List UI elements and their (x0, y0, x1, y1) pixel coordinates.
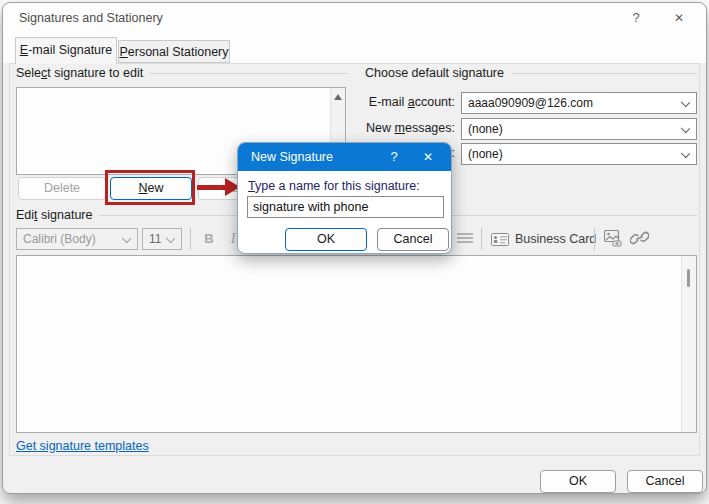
business-card-button[interactable]: Business Card (491, 228, 596, 250)
group-divider-line (511, 73, 697, 74)
new-signature-title: New Signature (251, 143, 333, 171)
business-card-icon (491, 233, 509, 246)
annotation-highlight-box (105, 170, 195, 205)
dialog-cancel-button[interactable]: Cancel (377, 228, 449, 251)
chevron-down-icon (681, 98, 690, 107)
toolbar-separator (481, 228, 482, 250)
new-signature-dialog: New Signature ? ✕ Type a name for this s… (237, 142, 452, 254)
email-signature-tab-page: Select signature to edit Delete New Save… (9, 63, 700, 456)
dialog-ok-button[interactable]: OK (285, 228, 367, 251)
scrollbar-thumb[interactable] (687, 269, 690, 287)
hyperlink-icon[interactable] (630, 230, 649, 246)
scroll-up-icon[interactable] (334, 94, 342, 100)
justify-icon[interactable] (457, 233, 473, 246)
tab-email-signature[interactable]: E-mail Signature (15, 37, 117, 64)
editor-scrollbar[interactable] (681, 256, 696, 432)
dialog-help-icon[interactable]: ? (381, 143, 407, 171)
delete-button[interactable]: Delete (18, 177, 106, 200)
tab-strip: E-mail Signature Personal Stationery (3, 33, 706, 63)
email-account-label: E-mail account: (369, 95, 455, 109)
group-divider-line (150, 73, 348, 74)
default-signature-group-label: Choose default signature (365, 66, 697, 80)
choose-default-signature-label: Choose default signature (365, 66, 504, 80)
font-name-select[interactable]: Calibri (Body) (16, 228, 138, 250)
new-messages-select[interactable]: (none) (461, 118, 697, 140)
select-signature-group-label: Select signature to edit (16, 66, 348, 80)
replies-forwards-select[interactable]: (none) (461, 143, 697, 165)
window-close-icon[interactable]: ✕ (664, 3, 694, 33)
edit-signature-label: Edit signature (16, 208, 92, 222)
signature-editor[interactable] (16, 255, 697, 433)
cancel-button[interactable]: Cancel (627, 470, 703, 493)
chevron-down-icon (681, 124, 690, 133)
email-account-select[interactable]: aaaa090909@126.com (461, 92, 697, 114)
toolbar-separator (594, 228, 595, 250)
new-messages-label: New messages: (366, 121, 455, 135)
chevron-down-icon (681, 149, 690, 158)
window-titlebar: Signatures and Stationery ? ✕ (3, 3, 706, 33)
chevron-down-icon (166, 234, 175, 243)
font-size-select[interactable]: 11 (142, 228, 182, 250)
signature-name-prompt: Type a name for this signature: (248, 179, 420, 193)
chevron-down-icon (122, 234, 131, 243)
select-signature-label: Select signature to edit (16, 66, 143, 80)
dialog-close-icon[interactable]: ✕ (415, 143, 441, 171)
signature-name-input[interactable] (247, 196, 444, 218)
tab-personal-stationery[interactable]: Personal Stationery (118, 40, 230, 63)
toolbar-separator (190, 228, 191, 250)
bold-icon[interactable]: B (199, 228, 219, 250)
ok-button[interactable]: OK (540, 470, 616, 493)
insert-picture-icon[interactable] (604, 230, 623, 247)
get-signature-templates-link[interactable]: Get signature templates (16, 439, 149, 453)
window-title: Signatures and Stationery (19, 3, 163, 33)
new-signature-titlebar: New Signature ? ✕ (238, 143, 451, 171)
window-help-icon[interactable]: ? (621, 3, 651, 33)
signatures-and-stationery-window: Signatures and Stationery ? ✕ E-mail Sig… (2, 2, 707, 494)
annotation-arrow (197, 185, 227, 190)
